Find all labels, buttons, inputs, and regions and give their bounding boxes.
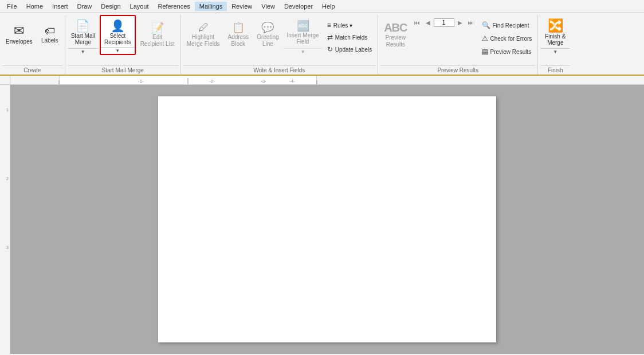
svg-text:-3-: -3-: [261, 79, 266, 84]
select-recipients-split[interactable]: 👤 SelectRecipients ▼: [100, 15, 136, 55]
envelopes-button[interactable]: ✉ Envelopes: [2, 15, 36, 55]
menu-design[interactable]: Design: [96, 2, 125, 11]
horizontal-ruler: -1- -2- -3- -4-: [0, 76, 644, 85]
start-mail-merge-group-label: Start Mail Merge: [68, 65, 178, 75]
menu-mailings[interactable]: Mailings: [195, 2, 227, 11]
document-area: 1 2 3: [0, 85, 644, 354]
start-mail-merge-icon: 📄: [76, 19, 90, 33]
prev-record-button[interactable]: ◀: [423, 17, 433, 28]
rules-icon: ≡: [327, 21, 331, 29]
select-recipients-dropdown[interactable]: ▼: [101, 47, 135, 54]
finish-merge-split[interactable]: 🔀 Finish &Merge ▼: [540, 15, 570, 55]
first-record-button[interactable]: ⏮: [412, 17, 422, 28]
document-page: [158, 96, 496, 342]
menu-draw[interactable]: Draw: [73, 2, 97, 11]
greeting-line-button[interactable]: 💬 GreetingLine: [253, 15, 282, 55]
finish-group-label: Finish: [540, 65, 570, 75]
menu-layout[interactable]: Layout: [125, 2, 154, 11]
preview-group-label: Preview Results: [380, 65, 535, 75]
finish-merge-button[interactable]: 🔀 Finish &Merge: [540, 15, 570, 48]
ruler-body: -1- -2- -3- -4-: [10, 76, 644, 85]
address-block-icon: 📋: [232, 22, 245, 33]
match-fields-button[interactable]: ⇄ Match Fields: [324, 32, 376, 43]
ruler-corner: [0, 76, 10, 85]
ribbon-group-preview: ABC PreviewResults ⏮ ◀ ▶ ⏭: [378, 15, 538, 75]
highlight-merge-fields-icon: 🖊: [198, 22, 209, 33]
finish-merge-dropdown[interactable]: ▼: [540, 48, 570, 55]
ribbon: ✉ Envelopes 🏷 Labels Create 📄 Start Mail…: [0, 13, 644, 76]
vertical-ruler: 1 2 3: [0, 85, 10, 354]
menu-bar: File Home Insert Draw Design Layout Refe…: [0, 0, 644, 13]
menu-help[interactable]: Help: [317, 2, 340, 11]
ribbon-group-write-insert: 🖊 HighlightMerge Fields 📋 AddressBlock 💬…: [181, 15, 379, 75]
menu-references[interactable]: References: [154, 2, 195, 11]
record-number-input[interactable]: [434, 18, 454, 27]
insert-merge-field-icon: 🔤: [297, 19, 309, 32]
insert-merge-field-button[interactable]: 🔤 Insert MergeField: [284, 15, 323, 48]
create-group-label: Create: [2, 65, 62, 75]
preview-results-small-button[interactable]: ▤ Preview Results: [478, 46, 536, 57]
rules-button[interactable]: ≡ Rules ▾: [324, 19, 376, 31]
ruler-mark-1: 1: [6, 108, 9, 112]
svg-text:-1-: -1-: [138, 79, 144, 84]
last-record-button[interactable]: ⏭: [466, 17, 476, 28]
ribbon-group-start-mail-merge: 📄 Start MailMerge ▼ 👤 SelectRecipients ▼…: [65, 15, 181, 75]
svg-text:-2-: -2-: [209, 79, 215, 84]
find-recipient-button[interactable]: 🔍 Find Recipient: [478, 19, 536, 31]
address-block-button[interactable]: 📋 AddressBlock: [224, 15, 252, 55]
menu-developer[interactable]: Developer: [280, 2, 317, 11]
nav-controls: ⏮ ◀ ▶ ⏭: [412, 17, 476, 57]
labels-button[interactable]: 🏷 Labels: [37, 15, 62, 55]
menu-review[interactable]: Review: [227, 2, 257, 11]
menu-home[interactable]: Home: [22, 2, 48, 11]
finish-merge-icon: 🔀: [548, 18, 563, 33]
select-recipients-icon: 👤: [111, 19, 125, 33]
update-labels-icon: ↻: [327, 45, 333, 53]
next-record-button[interactable]: ▶: [455, 17, 465, 28]
start-mail-merge-dropdown[interactable]: ▼: [68, 48, 99, 55]
match-fields-icon: ⇄: [327, 33, 333, 41]
document-scroll: [10, 85, 644, 354]
edit-recipient-list-icon: 📝: [151, 22, 164, 33]
insert-merge-field-split[interactable]: 🔤 Insert MergeField ▼: [284, 15, 323, 55]
menu-insert[interactable]: Insert: [48, 2, 73, 11]
highlight-merge-fields-button[interactable]: 🖊 HighlightMerge Fields: [183, 15, 223, 55]
menu-view[interactable]: View: [257, 2, 280, 11]
greeting-line-icon: 💬: [261, 22, 274, 33]
ribbon-group-finish: 🔀 Finish &Merge ▼ Finish: [538, 15, 572, 75]
edit-recipient-list-button[interactable]: 📝 EditRecipient List: [137, 15, 178, 55]
start-mail-merge-button[interactable]: 📄 Start MailMerge: [68, 15, 99, 48]
start-mail-merge-split[interactable]: 📄 Start MailMerge ▼: [68, 15, 99, 55]
update-labels-button[interactable]: ↻ Update Labels: [324, 44, 376, 55]
insert-merge-field-dropdown[interactable]: ▼: [284, 48, 323, 55]
envelope-icon: ✉: [14, 25, 24, 37]
check-for-errors-button[interactable]: ⚠ Check for Errors: [478, 33, 536, 44]
preview-results-icon: ABC: [384, 22, 407, 33]
menu-file[interactable]: File: [2, 2, 22, 11]
svg-text:-4-: -4-: [289, 79, 295, 84]
check-errors-icon: ⚠: [482, 34, 488, 42]
write-insert-group-label: Write & Insert Fields: [183, 65, 376, 75]
ribbon-group-create: ✉ Envelopes 🏷 Labels Create: [0, 15, 65, 75]
labels-icon: 🏷: [45, 26, 55, 36]
preview-results-button[interactable]: ABC PreviewResults: [380, 15, 410, 55]
ruler-mark-3: 3: [6, 245, 9, 249]
select-recipients-button[interactable]: 👤 SelectRecipients: [101, 16, 135, 47]
preview-small-icon: ▤: [482, 48, 488, 56]
ruler-mark-2: 2: [6, 177, 9, 181]
find-recipient-icon: 🔍: [482, 21, 490, 29]
